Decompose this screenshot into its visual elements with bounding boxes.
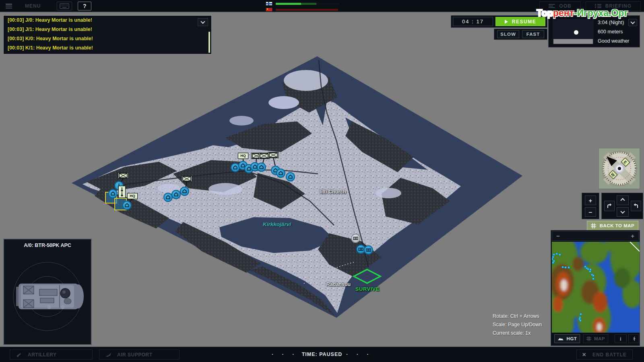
minimap-unit-dot [564, 266, 567, 269]
infantry-icon [260, 153, 268, 158]
chevron-down-icon [200, 19, 205, 24]
compass-panel[interactable]: E W [599, 148, 640, 189]
minimap-unit-dot [561, 266, 564, 268]
help-button[interactable]: ? [78, 2, 91, 10]
pan-down-button[interactable] [617, 207, 629, 217]
mountain-icon [557, 337, 564, 341]
soviet-flag-icon [266, 8, 272, 12]
watermark-segment: Тор [537, 8, 553, 18]
chevron-up-icon [620, 198, 625, 202]
infantry-icon [182, 176, 191, 181]
info-button[interactable]: i [615, 334, 627, 343]
minimap-panel: − + [551, 230, 640, 346]
minimap-zoom-header: − + [552, 231, 639, 241]
nato-badge-hq[interactable]: HQ [127, 193, 138, 199]
minimap-zoom-in-button[interactable]: + [631, 232, 634, 239]
zoom-in-button[interactable]: + [585, 195, 596, 205]
minimap-unit-dot [555, 253, 558, 255]
nato-badge-inf[interactable] [182, 176, 192, 182]
keyboard-shortcuts-button[interactable] [57, 2, 72, 10]
heightmap-toggle-button[interactable]: HGT [554, 334, 580, 343]
environment-collapse-button[interactable] [628, 19, 637, 26]
force-strength-indicator [266, 1, 339, 12]
truck-icon [358, 246, 364, 252]
btr-50-vehicle [16, 284, 84, 309]
message-log-rows: [00:03] J/0: Heavy Mortar is unable![00:… [4, 16, 211, 53]
fast-button[interactable]: FAST [522, 30, 544, 38]
map-unit-apc[interactable] [257, 162, 266, 172]
zoom-out-button[interactable]: − [585, 207, 596, 217]
map-unit-apc[interactable] [108, 189, 118, 198]
hamburger-menu-icon[interactable] [6, 4, 12, 8]
map-unit-truck[interactable] [364, 245, 373, 255]
minimap-zoom-out-button[interactable]: − [556, 232, 560, 239]
log-collapse-button[interactable] [198, 18, 208, 26]
contour-overlay-button[interactable] [628, 334, 639, 343]
minimap-unit-dot [589, 270, 591, 273]
play-icon [505, 20, 508, 24]
game-speed-panel: SLOW FAST [494, 29, 547, 40]
arcs-icon [631, 336, 636, 341]
apc-icon [287, 174, 293, 180]
game-screen: HQHQIitti ChurchKirkkojärviRadansuuSURVI… [0, 0, 644, 362]
watermark-segment: -Игруха.Орг [574, 8, 628, 18]
apc-icon [165, 194, 171, 200]
minimap-unit-dot [559, 253, 561, 256]
minimap-unit-dot [579, 319, 582, 322]
infantry-icon [269, 152, 278, 158]
map-unit-apc[interactable] [180, 187, 189, 196]
end-battle-button[interactable]: × END BATTLE [576, 350, 633, 360]
apc-icon [110, 191, 116, 197]
map-annotation-layer: HQHQIitti ChurchKirkkojärviRadansuuSURVI… [0, 0, 644, 362]
minimap-unit-dot [552, 261, 554, 264]
map-unit-apc[interactable] [276, 169, 285, 178]
visibility-label: 600 meters [598, 29, 623, 35]
time-paused-label: TIME: PAUSED [302, 352, 343, 357]
minimap-unit-dot [592, 274, 594, 277]
apc-icon [182, 188, 188, 194]
slow-button[interactable]: SLOW [497, 30, 519, 38]
chevron-down-icon [630, 20, 635, 24]
log-scrollbar[interactable] [208, 32, 210, 53]
selected-unit-panel: A/0: BTR-50PK APC [3, 239, 92, 345]
log-message: [00:03] K/0: Heavy Mortar is unable! [4, 34, 211, 43]
moon-icon [574, 30, 578, 35]
apc-icon [278, 170, 284, 176]
site-watermark: Торрент-Игруха.Орг [537, 8, 628, 19]
log-message: [00:03] J/0: Heavy Mortar is unable! [4, 16, 211, 25]
chevron-down-icon [620, 209, 625, 214]
nato-badge-inf[interactable] [118, 173, 128, 179]
map-unit-apc[interactable] [286, 172, 295, 181]
menu-button[interactable]: MENU [18, 3, 51, 9]
watermark-segment: рент [553, 8, 574, 18]
minimap-unit-dot [568, 266, 570, 269]
dots-right: · · · [346, 352, 372, 357]
minimap-mode-buttons: HGT MAP i [552, 333, 640, 345]
nato-badge-hq[interactable]: HQ [238, 153, 248, 159]
selected-unit-title: A/0: BTR-50PK APC [4, 243, 91, 248]
minimap[interactable] [552, 242, 640, 333]
close-icon: × [582, 352, 586, 358]
back-to-map-button[interactable]: BACK TO MAP [587, 221, 638, 230]
compass: E W [601, 150, 638, 187]
battle-clock: 04 : 17 [453, 17, 493, 26]
truck-icon [353, 235, 359, 241]
horizon-bar [553, 39, 593, 44]
weather-label: Good weather [598, 38, 630, 44]
map-toggle-button[interactable]: MAP [583, 334, 608, 343]
help-line: Scale: Page Up/Down [493, 321, 542, 329]
map-unit-apc[interactable] [122, 201, 132, 210]
rotate-left-button[interactable] [604, 201, 615, 211]
map-label-place: Iitti Church [320, 189, 346, 195]
pan-up-button[interactable] [617, 195, 629, 205]
strength-bar-segment [276, 3, 301, 5]
nato-badge-mortars[interactable] [118, 186, 126, 198]
dots-left: · · · [272, 352, 297, 357]
nato-badge-inf[interactable] [268, 152, 279, 158]
keyboard-icon [60, 3, 69, 9]
map-unit-truck[interactable] [351, 234, 360, 243]
rotate-right-button[interactable] [631, 201, 641, 211]
map-unit-apc[interactable] [171, 190, 181, 199]
minimap-unit-dot [580, 313, 582, 315]
apc-icon [258, 164, 264, 170]
